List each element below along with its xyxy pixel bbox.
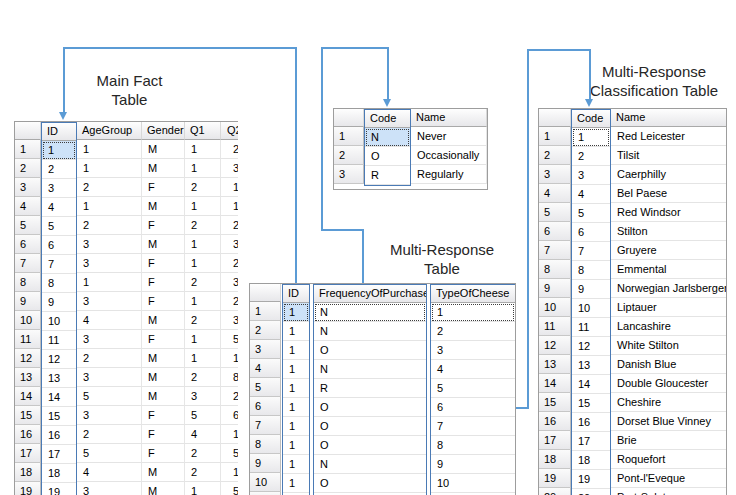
name-cell[interactable]: Norwegian Jarlsberger [611,279,727,298]
column-header-name[interactable]: Name [411,109,487,127]
row-number-cell[interactable]: 4 [250,359,281,378]
name-cell[interactable]: Bel Paese [611,184,727,203]
agegroup-cell[interactable]: 1 [77,197,142,216]
frequency-cell[interactable]: O [314,474,426,493]
id-cell[interactable]: 16 [42,426,76,445]
q1-cell[interactable]: 3 [185,387,221,406]
name-cell[interactable]: Stilton [611,222,727,241]
gender-cell[interactable]: M [142,387,185,406]
cheese-cell[interactable]: 3 [431,341,515,360]
cheese-cell[interactable]: 7 [431,417,515,436]
row-number-cell[interactable]: 7 [539,241,571,260]
row-number-cell[interactable]: 10 [539,298,571,317]
cheese-cell[interactable]: 6 [431,398,515,417]
id-cell[interactable]: 1 [283,341,309,360]
code-cell[interactable]: 9 [572,280,610,299]
frequency-cell[interactable]: O [314,436,426,455]
id-cell[interactable]: 1 [283,360,309,379]
frequency-cell[interactable]: O [314,398,426,417]
q1-cell[interactable]: 2 [185,273,221,292]
gender-cell[interactable]: M [142,159,185,178]
id-cell[interactable]: 1 [283,303,309,322]
q1-cell[interactable]: 1 [185,292,221,311]
frequency-cell[interactable]: R [314,379,426,398]
id-cell[interactable]: 11 [42,331,76,350]
agegroup-cell[interactable]: 4 [77,311,142,330]
name-cell[interactable]: Danish Blue [611,355,727,374]
q2-cell[interactable]: 1 [221,463,238,482]
gender-cell[interactable]: M [142,368,185,387]
row-number-cell[interactable]: 16 [15,425,41,444]
q2-cell[interactable]: 3 [221,273,238,292]
agegroup-cell[interactable]: 3 [77,292,142,311]
row-number-cell[interactable]: 6 [250,397,281,416]
row-number-cell[interactable]: 2 [539,146,571,165]
row-number-cell[interactable]: 7 [15,254,41,273]
gender-cell[interactable]: F [142,178,185,197]
name-cell[interactable]: Caerphilly [611,165,727,184]
row-number-cell[interactable]: 10 [15,311,41,330]
id-cell[interactable]: 19 [42,483,76,495]
row-number-cell[interactable]: 8 [539,260,571,279]
agegroup-cell[interactable]: 5 [77,444,142,463]
name-cell[interactable]: Tilsit [611,146,727,165]
code-cell[interactable]: 20 [572,489,610,495]
q2-cell[interactable]: 3 [221,159,238,178]
code-cell[interactable]: 16 [572,413,610,432]
id-cell[interactable]: 18 [42,464,76,483]
q2-cell[interactable]: 3 [221,235,238,254]
q1-cell[interactable]: 1 [185,349,221,368]
name-cell[interactable]: Gruyere [611,241,727,260]
column-header-q2[interactable]: Q2 [221,122,238,140]
gender-cell[interactable]: M [142,482,185,495]
q1-cell[interactable]: 2 [185,216,221,235]
gender-cell[interactable]: M [142,140,185,159]
row-number-cell[interactable]: 9 [250,454,281,473]
q2-cell[interactable]: 1 [221,178,238,197]
agegroup-cell[interactable]: 1 [77,140,142,159]
q2-cell[interactable]: 8 [221,368,238,387]
q2-cell[interactable]: 2 [221,254,238,273]
name-cell[interactable]: Lancashire [611,317,727,336]
q2-cell[interactable]: 5 [221,330,238,349]
row-number-cell[interactable]: 4 [15,197,41,216]
q1-cell[interactable]: 1 [185,159,221,178]
name-cell[interactable]: Cheshire [611,393,727,412]
code-cell[interactable]: N [365,128,410,147]
q2-cell[interactable]: 5 [221,444,238,463]
id-cell[interactable]: 3 [42,179,76,198]
row-number-cell[interactable]: 8 [250,435,281,454]
row-number-cell[interactable]: 5 [250,378,281,397]
id-cell[interactable]: 1 [283,455,309,474]
row-number-cell[interactable]: 2 [334,146,364,165]
code-cell[interactable]: 14 [572,375,610,394]
cheese-cell[interactable]: 1 [431,303,515,322]
row-number-cell[interactable]: 20 [539,488,571,495]
row-number-cell[interactable]: 1 [250,302,281,321]
column-header-gender[interactable]: Gender [142,122,185,140]
code-cell[interactable]: 18 [572,451,610,470]
frequency-cell[interactable]: N [314,455,426,474]
column-header-id[interactable]: ID [42,123,76,141]
agegroup-cell[interactable]: 3 [77,406,142,425]
agegroup-cell[interactable]: 3 [77,235,142,254]
agegroup-cell[interactable]: 3 [77,330,142,349]
name-cell[interactable]: Dorset Blue Vinney [611,412,727,431]
agegroup-cell[interactable]: 3 [77,482,142,495]
gender-cell[interactable]: F [142,254,185,273]
row-number-cell[interactable]: 17 [15,444,41,463]
cheese-cell[interactable]: 2 [431,322,515,341]
row-number-cell[interactable]: 3 [334,165,364,184]
agegroup-cell[interactable]: 3 [77,368,142,387]
corner-header[interactable] [250,284,281,302]
name-cell[interactable]: Red Leicester [611,127,727,146]
gender-cell[interactable]: F [142,216,185,235]
gender-cell[interactable]: F [142,444,185,463]
gender-cell[interactable]: F [142,406,185,425]
code-cell[interactable]: 1 [572,128,610,147]
column-header-id[interactable]: ID [283,285,309,303]
q1-cell[interactable]: 1 [185,140,221,159]
row-number-cell[interactable]: 3 [250,340,281,359]
row-number-cell[interactable]: 12 [539,336,571,355]
code-cell[interactable]: 2 [572,147,610,166]
